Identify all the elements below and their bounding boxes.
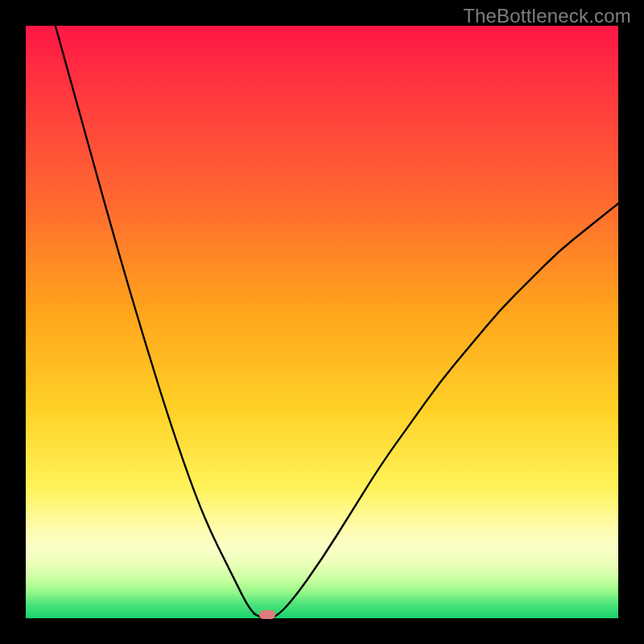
curve-path: [56, 26, 618, 618]
optimal-marker: [259, 610, 275, 619]
plot-area: [26, 26, 618, 618]
chart-frame: TheBottleneck.com: [0, 0, 644, 644]
watermark-text: TheBottleneck.com: [463, 5, 631, 27]
bottleneck-curve: [26, 26, 618, 618]
